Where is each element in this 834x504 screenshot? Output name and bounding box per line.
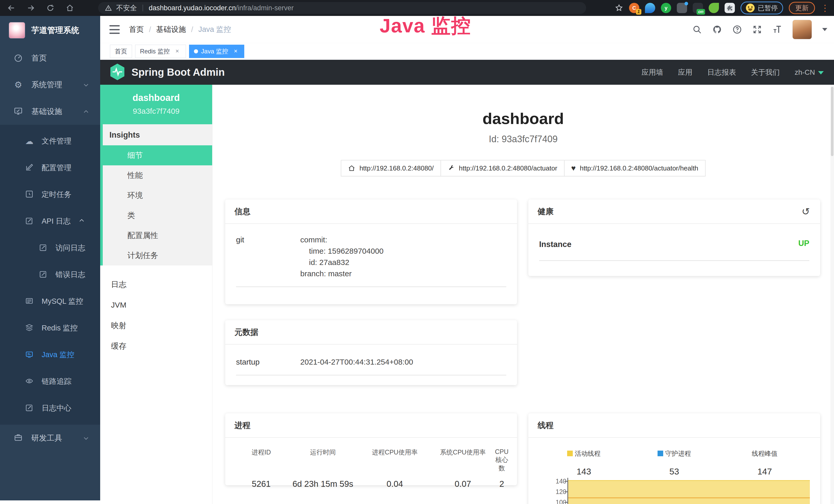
sidebar-item-label: 首页	[31, 53, 47, 63]
extension-grid-icon[interactable]	[677, 3, 687, 13]
sba-instance-id: 93a3fc7f7409	[103, 107, 210, 116]
hamburger-icon[interactable]	[109, 25, 120, 34]
chevron-down-icon	[83, 435, 89, 441]
chevron-up-icon	[78, 217, 85, 226]
extension-y-icon[interactable]: y	[661, 3, 671, 13]
breadcrumb-separator: /	[149, 25, 151, 34]
history-icon[interactable]: ↺	[802, 207, 811, 216]
info-row-git: git commit: time: 1596289704000 id: 27aa…	[236, 234, 506, 287]
sidebar-item-mysql-monitor[interactable]: MySQL 监控	[0, 288, 100, 315]
sidebar-item-infrastructure[interactable]: 基础设施	[0, 98, 100, 125]
sba-menu-config-props[interactable]: 配置属性	[103, 225, 212, 246]
profile-paused-pill[interactable]: 已暂停	[741, 2, 783, 15]
sba-brand[interactable]: Spring Boot Admin	[109, 63, 225, 82]
sba-menu-scheduled-tasks[interactable]: 计划任务	[103, 246, 212, 266]
sba-menu-jvm[interactable]: JVM	[100, 295, 212, 315]
sidebar-item-home[interactable]: 首页	[0, 45, 100, 71]
sba-menu-group-insights: Insights 细节 性能 环境 类 配置属性 计划任务	[100, 124, 212, 266]
live-threads-area	[568, 480, 810, 504]
browser-update-button[interactable]: 更新	[789, 2, 815, 14]
heartbeat-icon: ♥	[571, 164, 576, 173]
card-info-body: git commit: time: 1596289704000 id: 27aa…	[225, 224, 517, 287]
sidebar-item-error-log[interactable]: 错误日志	[0, 261, 100, 288]
git-id-line: id: 27aa832	[300, 257, 383, 268]
sba-nav-wall[interactable]: 应用墙	[642, 68, 663, 77]
sidebar-item-redis-monitor[interactable]: Redis 监控	[0, 315, 100, 342]
sba-nav-applications[interactable]: 应用	[678, 68, 693, 77]
user-menu-caret-icon[interactable]	[822, 28, 827, 31]
user-avatar[interactable]	[792, 20, 812, 39]
scrollbar-thumb[interactable]	[831, 87, 833, 156]
sidebar-item-scheduled-job[interactable]: 定时任务	[0, 181, 100, 208]
sba-nav-about[interactable]: 关于我们	[751, 68, 780, 77]
help-icon[interactable]	[732, 25, 742, 35]
browser-menu-icon[interactable]: ⋮	[821, 4, 829, 12]
sba-nav-journal[interactable]: 日志报表	[707, 68, 736, 77]
sidebar-item-config-manage[interactable]: 配置管理	[0, 155, 100, 181]
sidebar-item-label: Redis 监控	[42, 323, 78, 333]
back-icon[interactable]	[7, 4, 16, 12]
git-branch-line: branch: master	[300, 268, 383, 279]
endpoint-actuator-button[interactable]: http://192.168.0.2:48080/actuator	[441, 160, 565, 176]
forward-icon[interactable]	[27, 4, 35, 12]
process-val-sys-cpu: 0.07	[431, 479, 495, 489]
sba-group-title[interactable]: Insights	[103, 124, 212, 145]
legend-daemon: 守护进程	[629, 449, 720, 458]
extensions-puzzle-icon[interactable]	[725, 3, 735, 13]
sba-nav: 应用墙 应用 日志报表 关于我们 zh-CN	[642, 68, 824, 77]
reload-icon[interactable]	[46, 4, 54, 12]
breadcrumb-home[interactable]: 首页	[129, 24, 144, 35]
url-text[interactable]: dashboard.yudao.iocoder.cn/infra/admin-s…	[149, 4, 293, 12]
endpoint-health-button[interactable]: ♥ http://192.168.0.2:48080/actuator/heal…	[565, 160, 706, 176]
sidebar-item-java-monitor[interactable]: Java 监控	[0, 342, 100, 368]
stat-daemon-value: 53	[629, 466, 720, 477]
fullscreen-icon[interactable]	[752, 25, 762, 35]
content-scrollbar[interactable]	[830, 85, 834, 504]
annotation-java-monitor: Java 监控	[380, 13, 471, 39]
tag-close-icon[interactable]: ×	[173, 47, 181, 55]
thread-stats: 活动线程 143 守护进程 53 线程峰值 147	[539, 449, 810, 477]
app-logo-row[interactable]: 芋道管理系统	[0, 16, 100, 45]
sidebar-item-trace[interactable]: 链路追踪	[0, 368, 100, 395]
sidebar-item-log-center[interactable]: 日志中心	[0, 395, 100, 421]
tag-close-icon[interactable]: ×	[232, 47, 239, 55]
sidebar-item-access-log[interactable]: 访问日志	[0, 235, 100, 261]
bookmark-star-icon[interactable]	[615, 4, 623, 12]
sba-instance-header[interactable]: dashboard 93a3fc7f7409	[100, 85, 212, 124]
home-icon[interactable]	[66, 4, 74, 12]
extension-switch-icon[interactable]: on	[693, 3, 703, 13]
tag-redis-monitor[interactable]: Redis 监控×	[135, 45, 186, 58]
sba-menu-classes[interactable]: 类	[103, 205, 212, 225]
sba-menu-root: 日志 JVM 映射 缓存	[100, 274, 212, 357]
sba-menu-logfile[interactable]: 日志	[100, 274, 212, 295]
tag-java-monitor[interactable]: Java 监控×	[189, 45, 244, 58]
github-icon[interactable]	[712, 25, 722, 35]
sba-locale-select[interactable]: zh-CN	[795, 68, 824, 76]
sidebar-item-file-manage[interactable]: ☁ 文件管理	[0, 128, 100, 155]
extension-pin-icon[interactable]	[645, 3, 655, 13]
sba-menu-environment[interactable]: 环境	[103, 185, 212, 205]
sidebar-item-dev-tools[interactable]: 研发工具	[0, 425, 100, 451]
sba-menu-details[interactable]: 细节	[103, 145, 212, 165]
browser-toolbar-right: C1 y on 已暂停 更新 ⋮	[615, 0, 829, 16]
sidebar-item-label: 研发工具	[31, 433, 62, 443]
monitor-icon	[13, 107, 23, 116]
sidebar-item-api-log[interactable]: API 日志	[0, 208, 100, 235]
search-icon[interactable]	[692, 25, 702, 35]
extension-colorzilla-icon[interactable]: C1	[629, 3, 639, 13]
sba-menu-metrics[interactable]: 性能	[103, 165, 212, 185]
security-label[interactable]: 不安全	[116, 3, 137, 13]
extension-leaf-icon[interactable]	[709, 3, 719, 13]
address-bar[interactable]: 不安全 dashboard.yudao.iocoder.cn/infra/adm…	[98, 2, 586, 14]
sba-menu-mappings[interactable]: 映射	[100, 315, 212, 336]
eye-icon	[25, 377, 34, 386]
sidebar-item-system[interactable]: ⚙ 系统管理	[0, 71, 100, 98]
card-metadata: 元数据 startup 2021-04-27T00:44:31.254+08:0…	[225, 320, 517, 385]
breadcrumb-section[interactable]: 基础设施	[156, 24, 186, 35]
legend-swatch-yellow	[567, 451, 573, 456]
sba-menu-caches[interactable]: 缓存	[100, 336, 212, 357]
card-title: 健康	[537, 206, 553, 217]
endpoint-root-button[interactable]: http://192.168.0.2:48080/	[341, 160, 441, 176]
tag-home[interactable]: 首页	[110, 45, 132, 58]
font-size-icon[interactable]	[772, 25, 782, 35]
